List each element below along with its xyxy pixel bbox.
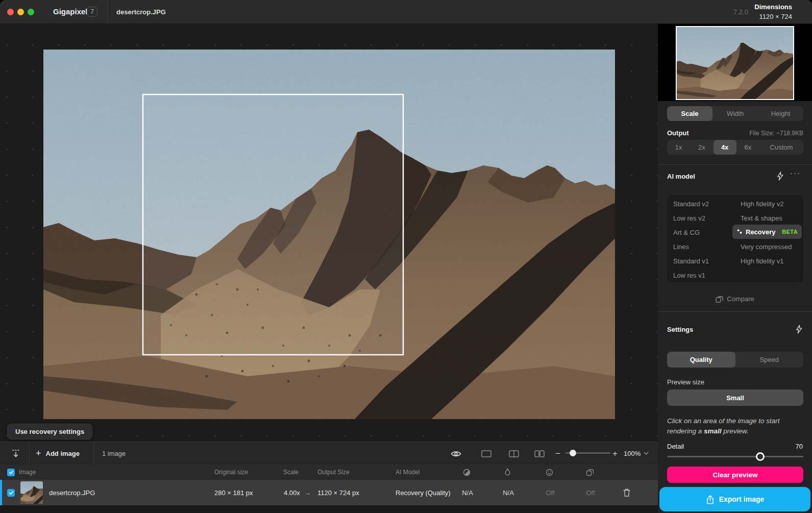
preview-selection-rect[interactable] — [143, 94, 403, 355]
scale-1x-button[interactable]: 1x — [667, 140, 690, 155]
row-selected-accent — [0, 480, 2, 505]
title-bar: Gigapixel 7 desertcrop.JPG 7.2.0 Dimensi… — [0, 0, 812, 24]
document-tab[interactable]: desertcrop.JPG — [116, 8, 166, 16]
ellipsis-menu-icon[interactable]: ··· — [790, 168, 801, 177]
close-window-button[interactable] — [7, 9, 14, 15]
zoom-slider-handle[interactable] — [570, 450, 576, 456]
delete-row-trash-icon[interactable] — [620, 480, 633, 505]
fullscreen-window-button[interactable] — [28, 9, 34, 15]
app-version-badge: 7 — [87, 7, 97, 17]
scale-6x-button[interactable]: 6x — [736, 140, 759, 155]
preview-hint-text: Click on an area of the image to start r… — [667, 416, 803, 436]
face-recovery-icon[interactable] — [546, 465, 553, 480]
detail-label: Detail — [667, 443, 684, 450]
image-thumbnail[interactable] — [676, 26, 794, 100]
header-original-size[interactable]: Original size — [214, 465, 248, 480]
use-recovery-settings-button[interactable]: Use recovery settings — [7, 424, 92, 439]
row-checkbox[interactable] — [7, 480, 15, 505]
export-image-button[interactable]: Export image — [659, 487, 810, 511]
detail-slider-handle[interactable] — [756, 452, 765, 461]
color-adjust-icon[interactable] — [586, 465, 594, 480]
model-lines[interactable]: Lines — [673, 243, 689, 251]
zoom-level-dropdown[interactable]: 100% — [624, 442, 649, 465]
model-standard-v1[interactable]: Standard v1 — [673, 257, 709, 265]
model-standard-v2[interactable]: Standard v2 — [673, 200, 709, 208]
tab-quality[interactable]: Quality — [667, 352, 735, 368]
collapse-queue-icon[interactable] — [7, 442, 24, 465]
compare-button[interactable]: Compare — [658, 295, 812, 303]
tab-width[interactable]: Width — [712, 106, 758, 121]
row-deblur-value[interactable]: N/A — [498, 480, 519, 505]
ai-model-title: AI model — [667, 173, 695, 180]
add-image-button[interactable]: + Add image — [36, 442, 80, 465]
preview-size-small-button[interactable]: Small — [667, 389, 803, 406]
divider — [658, 164, 812, 165]
resize-mode-tabs: Scale Width Height — [667, 106, 803, 121]
row-face-recovery-value[interactable]: Off — [539, 480, 561, 505]
zoom-in-button[interactable]: + — [612, 442, 618, 465]
lightning-icon[interactable] — [795, 325, 803, 334]
scale-4x-button[interactable]: 4x — [713, 140, 736, 155]
plus-icon: + — [36, 448, 41, 459]
window-bottom-strip — [0, 505, 658, 513]
chevron-down-icon — [644, 452, 649, 455]
thumbnail-strip — [658, 24, 812, 101]
row-original-size: 280 × 181 px — [214, 480, 253, 505]
preview-image[interactable] — [43, 50, 615, 419]
queue-row-desertcrop[interactable]: desertcrop.JPG 280 × 181 px 4.00x → 1120… — [0, 480, 658, 505]
scale-custom-button[interactable]: Custom — [759, 140, 803, 155]
output-label: Output — [667, 129, 689, 137]
model-text-shapes[interactable]: Text & shapes — [741, 214, 782, 222]
settings-panel: Scale Width Height Output File Size: ~71… — [658, 24, 812, 513]
select-all-checkbox[interactable] — [7, 465, 15, 480]
split-view-icon[interactable] — [507, 442, 521, 465]
row-denoise-value[interactable]: N/A — [457, 480, 478, 505]
row-ai-model[interactable]: Recovery (Quality) — [396, 480, 451, 505]
divider — [93, 442, 94, 465]
dimensions-label: Dimensions — [754, 3, 792, 11]
model-recovery-selected[interactable]: Recovery BETA — [732, 225, 802, 239]
row-gamma-value[interactable]: Off — [580, 480, 601, 505]
ai-model-list: Standard v2 Low res v2 Art & CG Lines St… — [667, 195, 803, 282]
minimize-window-button[interactable] — [17, 9, 24, 15]
header-image[interactable]: Image — [19, 465, 36, 480]
preview-size-label: Preview size — [667, 378, 704, 386]
image-canvas[interactable]: Use recovery settings — [0, 24, 658, 442]
deblur-icon[interactable] — [504, 465, 511, 480]
detail-value: 70 — [796, 443, 803, 450]
divider — [658, 311, 812, 312]
header-scale[interactable]: Scale — [283, 465, 299, 480]
scale-options: 1x 2x 4x 6x Custom — [667, 140, 803, 155]
scale-2x-button[interactable]: 2x — [690, 140, 713, 155]
denoise-icon[interactable] — [463, 465, 471, 480]
model-very-compressed[interactable]: Very compressed — [741, 243, 792, 251]
export-image-label: Export image — [719, 495, 765, 503]
zoom-out-button[interactable]: − — [555, 442, 560, 465]
preview-toggle-eye-icon[interactable] — [448, 442, 463, 465]
detail-slider-track[interactable] — [667, 456, 803, 457]
settings-title: Settings — [667, 326, 693, 333]
header-ai-model[interactable]: AI Model — [396, 465, 420, 480]
model-low-res-v2[interactable]: Low res v2 — [673, 214, 705, 222]
row-thumbnail — [20, 481, 43, 504]
single-view-icon[interactable] — [479, 442, 494, 465]
model-art-cg[interactable]: Art & CG — [673, 229, 700, 236]
tab-speed[interactable]: Speed — [735, 352, 804, 368]
image-count-label: 1 image — [102, 442, 126, 465]
bottom-toolbar: + Add image 1 image − + — [0, 442, 658, 465]
model-high-fidelity-v1[interactable]: High fidelity v1 — [741, 257, 784, 265]
header-output-size[interactable]: Output Size — [317, 465, 350, 480]
dimensions-value: 1120 × 724 — [759, 13, 792, 20]
model-high-fidelity-v2[interactable]: High fidelity v2 — [741, 200, 784, 208]
compare-icon — [716, 296, 723, 303]
clear-preview-button[interactable]: Clear preview — [667, 467, 803, 483]
tab-height[interactable]: Height — [758, 106, 803, 121]
side-by-side-view-icon[interactable] — [532, 442, 547, 465]
lightning-icon[interactable] — [776, 172, 784, 181]
sparkle-icon — [736, 229, 743, 235]
divider — [107, 0, 108, 24]
model-low-res-v1[interactable]: Low res v1 — [673, 272, 705, 279]
tab-scale[interactable]: Scale — [667, 106, 712, 121]
row-output-size: 1120 × 724 px — [317, 480, 359, 505]
row-scale[interactable]: 4.00x → — [284, 480, 311, 505]
